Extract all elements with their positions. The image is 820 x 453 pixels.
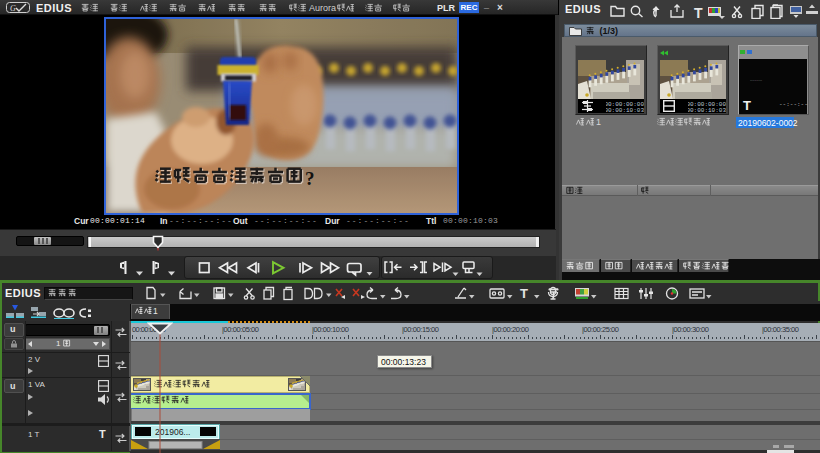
svg-text:|00:00:15:00: |00:00:15:00	[402, 325, 439, 334]
svg-text:00:00:10:03: 00:00:10:03	[688, 107, 726, 113]
svg-text:|00:00:25:00: |00:00:25:00	[582, 325, 619, 334]
svg-text:T: T	[520, 286, 528, 301]
svg-text:T: T	[694, 5, 703, 19]
svg-text:|00:00:35:00: |00:00:35:00	[762, 325, 799, 334]
svg-text:|00:00:05:00: |00:00:05:00	[222, 325, 259, 334]
svg-text:|00:00:20:00: |00:00:20:00	[492, 325, 529, 334]
svg-text:00:00:10:03: 00:00:10:03	[606, 107, 644, 113]
svg-text:|00:00:30:00: |00:00:30:00	[672, 325, 709, 334]
svg-text:|00:00:10:00: |00:00:10:00	[312, 325, 349, 334]
svg-text:G: G	[10, 4, 16, 13]
svg-text:?: ?	[305, 168, 315, 189]
